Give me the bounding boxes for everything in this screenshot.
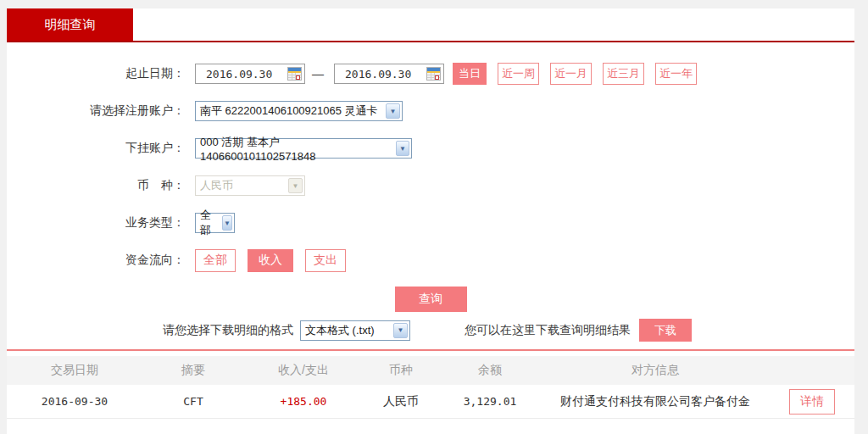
end-date-input[interactable]: 2016.09.30 (334, 64, 444, 84)
sub-account-select[interactable]: 000 活期 基本户 1406600101102571848 ▼ (195, 138, 412, 159)
fund-flow-label: 资金流向： (7, 253, 185, 268)
flow-expense-button[interactable]: 支出 (305, 249, 346, 272)
currency-label: 币 种： (7, 178, 185, 193)
quick-range-today-button[interactable]: 当日 (453, 63, 487, 85)
chevron-down-icon: ▼ (393, 323, 408, 338)
currency-row: 币 种： 人民币 ▼ (7, 175, 854, 197)
tab-underline (7, 41, 854, 42)
start-date-value: 2016.09.30 (206, 68, 272, 81)
sub-account-value: 000 活期 基本户 1406600101102571848 (200, 135, 389, 163)
query-button[interactable]: 查询 (395, 287, 467, 312)
header-transaction-date: 交易日期 (7, 363, 142, 378)
quick-range-3months-button[interactable]: 近三月 (603, 63, 644, 85)
registered-account-value: 南平 6222001406100921065 灵通卡 (200, 103, 378, 119)
registered-account-select[interactable]: 南平 6222001406100921065 灵通卡 ▼ (195, 101, 403, 121)
cell-transaction-date: 2016-09-30 (7, 395, 142, 408)
detail-button[interactable]: 详情 (789, 389, 835, 415)
date-separator: — (312, 67, 324, 81)
tab-label: 明细查询 (45, 17, 96, 33)
flow-income-button[interactable]: 收入 (248, 249, 293, 272)
download-row: 请您选择下载明细的格式 文本格式 (.txt) ▼ 您可以在这里下载查询明细结果… (163, 319, 854, 342)
download-format-label: 请您选择下载明细的格式 (163, 323, 293, 338)
main-panel: 明细查询 起止日期： 2016.09.30 — 2016.09. (7, 8, 854, 434)
currency-value: 人民币 (200, 178, 233, 193)
business-type-label: 业务类型： (7, 215, 185, 231)
download-format-select[interactable]: 文本格式 (.txt) ▼ (300, 320, 410, 341)
cell-currency: 人民币 (363, 394, 439, 409)
header-income-expense: 收入/支出 (244, 363, 363, 378)
registered-account-row: 请选择注册账户： 南平 6222001406100921065 灵通卡 ▼ (7, 100, 854, 122)
tab-detail-query[interactable]: 明细查询 (7, 8, 133, 41)
date-range-row: 起止日期： 2016.09.30 — 2016.09.30 (7, 63, 854, 85)
header-currency: 币种 (363, 363, 439, 378)
business-type-select[interactable]: 全部 ▼ (195, 213, 235, 233)
chevron-down-icon: ▼ (288, 178, 303, 193)
quick-range-month-button[interactable]: 近一月 (550, 63, 592, 85)
table-row: 2016-09-30 CFT +185.00 人民币 3,129.01 财付通支… (7, 385, 854, 419)
chevron-down-icon: ▼ (222, 215, 232, 231)
chevron-down-icon: ▼ (386, 103, 400, 119)
cell-amount: +185.00 (244, 395, 363, 408)
download-format-value: 文本格式 (.txt) (305, 323, 375, 338)
header-summary: 摘要 (142, 363, 244, 378)
end-date-value: 2016.09.30 (345, 68, 411, 81)
download-hint-text: 您可以在这里下载查询明细结果 (465, 323, 631, 338)
cell-counterparty: 财付通支付科技有限公司客户备付金 (541, 394, 770, 409)
download-button[interactable]: 下载 (639, 319, 692, 342)
quick-range-year-button[interactable]: 近一年 (655, 63, 697, 85)
currency-select: 人民币 ▼ (195, 175, 305, 196)
fund-flow-row: 资金流向： 全部 收入 支出 (7, 249, 854, 271)
flow-all-button[interactable]: 全部 (195, 249, 236, 272)
table-top-divider (7, 349, 854, 351)
business-type-value: 全部 (200, 208, 215, 238)
quick-range-week-button[interactable]: 近一周 (498, 63, 539, 85)
cell-summary: CFT (142, 395, 244, 408)
start-date-input[interactable]: 2016.09.30 (195, 64, 305, 84)
date-range-label: 起止日期： (7, 66, 185, 81)
sub-account-row: 下挂账户： 000 活期 基本户 1406600101102571848 ▼ (7, 137, 854, 159)
calendar-icon[interactable] (426, 67, 441, 81)
header-balance: 余额 (439, 363, 541, 378)
cell-balance: 3,129.01 (439, 395, 541, 408)
business-type-row: 业务类型： 全部 ▼ (7, 212, 854, 234)
sub-account-label: 下挂账户： (7, 141, 185, 156)
table-header-row: 交易日期 摘要 收入/支出 币种 余额 对方信息 (7, 356, 854, 385)
chevron-down-icon: ▼ (396, 141, 409, 156)
calendar-icon[interactable] (287, 67, 302, 81)
header-counterparty: 对方信息 (541, 363, 770, 378)
registered-account-label: 请选择注册账户： (7, 103, 185, 119)
